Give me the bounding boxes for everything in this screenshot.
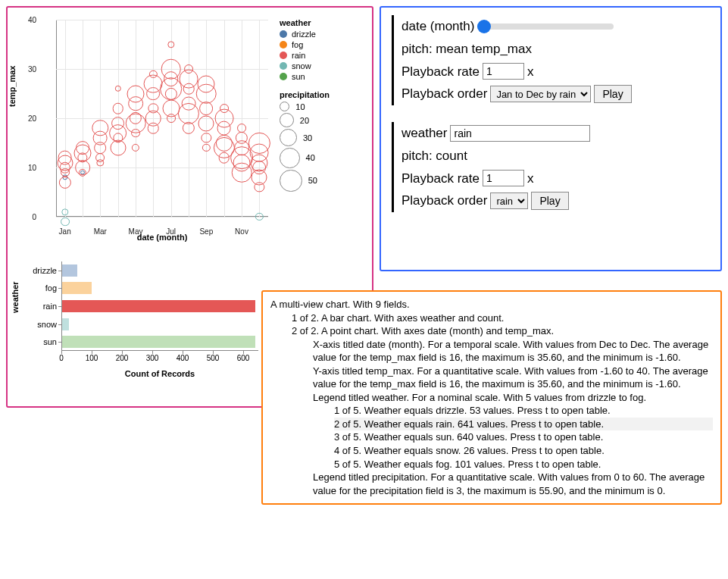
data-point bbox=[74, 144, 92, 161]
data-point bbox=[112, 103, 123, 114]
legend-size-item: 10 bbox=[280, 102, 361, 111]
data-point bbox=[202, 133, 211, 142]
legend-swatch-icon bbox=[280, 52, 287, 59]
rate-suffix-2: x bbox=[527, 167, 534, 190]
playback-rate-label: Playback rate bbox=[401, 61, 480, 83]
playback-rate-label-2: Playback rate bbox=[401, 167, 480, 190]
legend-label: sun bbox=[292, 72, 305, 81]
y-tick-label: 30 bbox=[28, 65, 36, 74]
legend-size-ring-icon bbox=[280, 113, 294, 127]
legend-label: drizzle bbox=[292, 30, 316, 39]
control-block-date: date (month) pitch: mean temp_max Playba… bbox=[392, 15, 710, 105]
x-tick-label: Mar bbox=[94, 227, 107, 236]
bar-x-tick-label: 500 bbox=[207, 354, 220, 362]
legend-swatch-icon bbox=[280, 73, 287, 80]
legend-item: fog bbox=[280, 40, 361, 49]
bar-x-tick-label: 200 bbox=[116, 354, 129, 362]
data-point bbox=[237, 124, 246, 133]
desc-line: 3 of 5. Weather equals sun. 640 values. … bbox=[334, 430, 713, 444]
bar-rect bbox=[61, 282, 92, 294]
bar-x-tick-label: 400 bbox=[177, 354, 189, 362]
legend-swatch-icon bbox=[280, 41, 287, 49]
pitch-label-2: pitch: count bbox=[401, 145, 710, 167]
bar-plot-area: Count of Records drizzlefograinsnowsun01… bbox=[61, 261, 258, 351]
bar-category-label: sun bbox=[43, 337, 57, 346]
playback-order-label: Playback order bbox=[401, 83, 487, 105]
data-point bbox=[126, 113, 146, 133]
pitch-label: pitch: mean temp_max bbox=[401, 38, 710, 61]
data-point bbox=[220, 104, 229, 113]
weather-label: weather bbox=[401, 122, 447, 145]
desc-line: 4 of 5. Weather equals snow. 26 values. … bbox=[334, 444, 713, 458]
desc-line: Legend titled precipitation. For a quant… bbox=[313, 471, 713, 497]
bar-category-label: drizzle bbox=[33, 266, 57, 275]
legend-size-item: 20 bbox=[280, 113, 361, 127]
data-point bbox=[61, 218, 70, 227]
date-month-label: date (month) bbox=[401, 15, 474, 38]
legend-item: snow bbox=[280, 61, 361, 70]
bar-x-tick-label: 600 bbox=[237, 354, 250, 362]
bar-y-axis-title: weather bbox=[11, 281, 20, 313]
data-point bbox=[183, 122, 195, 134]
data-point bbox=[251, 154, 268, 171]
playback-order-label-2: Playback order bbox=[401, 189, 487, 212]
desc-line: Y-axis titled temp_max. For a quantitati… bbox=[313, 365, 713, 391]
playback-order-select[interactable]: Jan to Dec by rain bbox=[490, 86, 591, 102]
y-tick-label: 20 bbox=[28, 114, 36, 123]
play-button-2[interactable]: Play bbox=[531, 192, 568, 210]
legend-column: weather drizzlefograinsnowsun precipitat… bbox=[273, 12, 361, 251]
legend-swatch-icon bbox=[280, 62, 287, 70]
legend-size-ring-icon bbox=[280, 129, 297, 146]
x-axis-title: date (month) bbox=[137, 233, 188, 242]
point-chart-plot-container: temp_max 010203040 JanMarMayJulSepNov da… bbox=[12, 12, 273, 251]
y-axis-title: temp_max bbox=[8, 66, 17, 107]
bar-rect bbox=[61, 300, 255, 312]
data-point bbox=[178, 102, 199, 124]
legend-weather-title: weather bbox=[280, 18, 361, 27]
data-point bbox=[167, 41, 174, 48]
legend-label: snow bbox=[292, 61, 311, 70]
weather-input[interactable] bbox=[450, 125, 590, 142]
desc-line: Legend titled weather. For a nominal sca… bbox=[313, 391, 713, 405]
legend-item: sun bbox=[280, 72, 361, 81]
bar-x-tick-label: 100 bbox=[86, 354, 98, 362]
legend-size-ring-icon bbox=[280, 148, 300, 168]
desc-line: 5 of 5. Weather equals fog. 101 values. … bbox=[334, 458, 713, 471]
desc-line: 1 of 5. Weather equals drizzle. 53 value… bbox=[334, 404, 713, 418]
data-point bbox=[202, 144, 210, 152]
data-point bbox=[184, 64, 193, 74]
playback-rate-input[interactable] bbox=[483, 63, 524, 80]
slider-thumb-icon[interactable] bbox=[477, 20, 491, 33]
legend-size-label: 20 bbox=[300, 116, 309, 125]
legend-size-ring-icon bbox=[280, 170, 302, 192]
y-tick-label: 40 bbox=[28, 16, 36, 24]
legend-size-item: 50 bbox=[280, 170, 361, 192]
legend-size-item: 40 bbox=[280, 148, 361, 168]
data-point bbox=[114, 86, 120, 92]
date-slider[interactable] bbox=[477, 23, 614, 30]
control-block-weather: weather pitch: count Playback rate x Pla… bbox=[392, 122, 710, 212]
point-chart: temp_max 010203040 JanMarMayJulSepNov da… bbox=[12, 12, 367, 251]
playback-rate-input-2[interactable] bbox=[483, 170, 524, 186]
bar-x-tick-label: 300 bbox=[146, 354, 159, 362]
legend-swatch-icon bbox=[280, 30, 287, 38]
bar-category-label: fog bbox=[45, 283, 57, 293]
bar-x-axis-title: Count of Records bbox=[125, 369, 195, 378]
legend-size-label: 50 bbox=[308, 176, 317, 185]
data-point bbox=[148, 123, 159, 134]
legend-size-label: 30 bbox=[303, 133, 312, 142]
data-point bbox=[110, 140, 126, 156]
playback-order-select-2[interactable]: rain bbox=[490, 192, 528, 209]
data-point bbox=[161, 59, 181, 80]
play-button[interactable]: Play bbox=[594, 85, 631, 103]
data-point bbox=[97, 159, 104, 166]
bar-category-label: snow bbox=[37, 320, 57, 329]
data-point bbox=[61, 208, 68, 215]
legend-precip-title: precipitation bbox=[280, 90, 361, 99]
bar-rect bbox=[61, 264, 77, 277]
data-point bbox=[59, 176, 71, 188]
data-point bbox=[198, 75, 215, 92]
desc-line: X-axis titled date (month). For a tempor… bbox=[313, 338, 713, 365]
bar-x-tick-label: 0 bbox=[59, 354, 64, 362]
y-tick-label: 0 bbox=[32, 213, 36, 221]
